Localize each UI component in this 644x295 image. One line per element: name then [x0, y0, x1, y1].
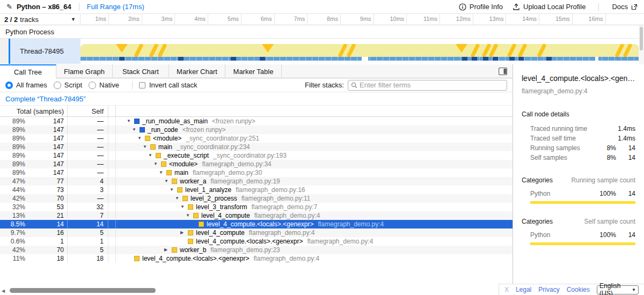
function-name: level_4_compute.<locals>.<genexpr>: [142, 254, 249, 263]
radio-native[interactable]: [89, 82, 96, 89]
tab-bar: Call TreeFlame GraphStack ChartMarker Ch…: [0, 64, 513, 78]
expand-arrow-icon[interactable]: ▶: [180, 228, 188, 237]
row-total-samples: 147: [27, 168, 68, 177]
invert-call-stack-checkbox[interactable]: [139, 82, 145, 88]
activity-mark: [160, 46, 165, 55]
edit-pencil-icon[interactable]: ✎: [6, 3, 12, 11]
info-icon: [459, 3, 466, 11]
radio-script[interactable]: [54, 82, 61, 89]
call-tree-row[interactable]: 44%733▼level_1_analyzeflamegraph_demo.py…: [0, 186, 513, 194]
scrollbar-thumb[interactable]: [10, 288, 156, 293]
call-tree-row[interactable]: 89%147—▼main_sync_coordinator.py:234: [0, 143, 513, 151]
scrollbar-thumb[interactable]: [640, 27, 643, 50]
categories-heading: CategoriesSelf sample count: [522, 218, 635, 225]
footer-link-cookies[interactable]: Cookies: [567, 286, 590, 293]
collapse-arrow-icon[interactable]: ▼: [164, 177, 172, 186]
category-bar: [530, 242, 635, 245]
call-tree-row[interactable]: 89%147—▼<module>flamegraph_demo.py:34: [0, 160, 513, 168]
tab-marker-chart[interactable]: Marker Chart: [169, 64, 225, 78]
language-select[interactable]: English (US) ▼: [597, 285, 639, 294]
collapse-arrow-icon[interactable]: ▼: [186, 211, 193, 220]
expand-arrow-icon[interactable]: ▶: [164, 246, 172, 254]
dark-sample-segment: [483, 57, 488, 61]
call-tree-row[interactable]: 8.5%1414level_4_compute.<locals>.<genexp…: [0, 220, 513, 228]
collapse-arrow-icon[interactable]: ▼: [153, 160, 161, 168]
thread-track-label-area[interactable]: Thread-78495: [0, 39, 80, 64]
row-spacer: [108, 168, 116, 177]
row-call-node: ▼_run_module_as_main<frozen runpy>: [116, 117, 513, 126]
indent-spacer: [127, 190, 170, 190]
collapse-arrow-icon[interactable]: ▼: [143, 143, 150, 151]
dark-sample-segment: [231, 57, 236, 61]
collapse-arrow-icon[interactable]: ▼: [159, 168, 166, 177]
collapse-arrow-icon[interactable]: ▼: [148, 151, 156, 160]
breadcrumb-root-link[interactable]: Complete “Thread-78495”: [5, 95, 86, 103]
call-tree-row[interactable]: 89%147—▼mainflamegraph_demo.py:30: [0, 168, 513, 177]
category-row: Python100%14: [522, 190, 635, 197]
tab-stack-chart[interactable]: Stack Chart: [113, 64, 169, 78]
file-location: flamegraph_demo.py:30: [193, 168, 262, 177]
frames-radio-group: All framesScriptNative: [5, 81, 126, 89]
call-tree-row[interactable]: 11%1818level_4_compute.<locals>.<genexpr…: [0, 254, 513, 263]
collapse-arrow-icon[interactable]: ▼: [180, 203, 188, 211]
category-name: Python: [530, 190, 592, 197]
row-total-samples: 147: [27, 143, 68, 151]
collapse-arrow-icon[interactable]: ▼: [127, 117, 134, 126]
collapse-arrow-icon[interactable]: ▼: [175, 194, 182, 203]
row-spacer: [108, 117, 116, 126]
upload-local-profile-button[interactable]: Upload Local Profile: [513, 3, 586, 11]
horizontal-scrollbar[interactable]: ◀: [0, 287, 513, 294]
timeline-ruler[interactable]: 1ms2ms3ms4ms5ms6ms7ms8ms9ms10ms11ms12ms1…: [80, 14, 639, 25]
thread-activity-graph[interactable]: [80, 39, 639, 64]
function-name: main: [158, 143, 172, 151]
upload-icon: [513, 3, 520, 11]
call-tree-row[interactable]: 89%147—▼<module>_sync_coordinator.py:251: [0, 134, 513, 143]
call-tree-row[interactable]: 42%705▶worker_bflamegraph_demo.py:23: [0, 246, 513, 254]
call-tree-row[interactable]: 9.7%165▶level_4_computeflamegraph_demo.p…: [0, 228, 513, 237]
file-location: flamegraph_demo.py:4: [254, 211, 320, 220]
stat-percent: 8%: [595, 154, 616, 161]
tab-call-tree[interactable]: Call Tree: [0, 64, 56, 78]
radio-all-frames[interactable]: [5, 82, 13, 89]
full-range-link[interactable]: Full Range (17ms): [87, 3, 144, 11]
call-tree-row[interactable]: 13%217▼level_4_computeflamegraph_demo.py…: [0, 211, 513, 220]
stat-value: 1.4ms: [616, 125, 635, 132]
function-name: <module>: [153, 134, 181, 143]
tab-marker-table[interactable]: Marker Table: [225, 64, 282, 78]
column-header-self[interactable]: Self: [68, 106, 108, 116]
footer-link-x[interactable]: X: [504, 286, 509, 293]
call-tree-row[interactable]: 32%5332▼level_3_transformflamegraph_demo…: [0, 203, 513, 211]
call-tree-row[interactable]: 89%147—▼_run_code<frozen runpy>: [0, 126, 513, 134]
ruler-tick-label: 1ms: [75, 16, 106, 22]
filter-stacks-box: [348, 80, 507, 91]
profile-info-button[interactable]: Profile Info: [459, 3, 503, 11]
tracks-vertical-scrollbar[interactable]: [639, 25, 644, 64]
tracks-dropdown[interactable]: 2 / 2 tracks ▼: [0, 14, 80, 25]
stat-row: Traced running time1.4ms: [522, 124, 635, 134]
filter-stacks-input[interactable]: [360, 81, 504, 89]
sidebar-toggle-button[interactable]: [499, 68, 507, 77]
divider: [132, 81, 133, 90]
call-tree-row[interactable]: 42%70—▼level_2_processflamegraph_demo.py…: [0, 194, 513, 203]
call-tree-row[interactable]: 47%774▼worker_aflamegraph_demo.py:19: [0, 177, 513, 186]
row-total-percent: 32%: [0, 203, 27, 211]
footer-link-legal[interactable]: Legal: [516, 286, 531, 293]
category-square-icon: [177, 187, 182, 193]
collapse-arrow-icon[interactable]: ▼: [132, 126, 140, 134]
footer-link-privacy[interactable]: Privacy: [538, 286, 559, 293]
stat-label: Traced self time: [530, 135, 595, 142]
docs-link[interactable]: Docs: [612, 3, 638, 11]
row-call-node: ▼level_4_computeflamegraph_demo.py:4: [116, 211, 513, 220]
ruler-tick-label: 9ms: [340, 16, 371, 22]
column-header-total[interactable]: Total (samples): [0, 106, 68, 116]
collapse-arrow-icon[interactable]: ▼: [137, 134, 145, 143]
collapse-arrow-icon[interactable]: ▼: [170, 186, 177, 194]
ruler-tick-label: 7ms: [274, 16, 305, 22]
dark-sample-segment: [493, 57, 498, 61]
call-tree-row[interactable]: 89%147—▼_execute_script_sync_coordinator…: [0, 151, 513, 160]
scroll-left-arrow-icon[interactable]: ◀: [2, 289, 5, 293]
call-tree-row[interactable]: 89%147—▼_run_module_as_main<frozen runpy…: [0, 117, 513, 126]
call-tree-row[interactable]: 0.6%11level_4_compute.<locals>.<genexpr>…: [0, 237, 513, 246]
tab-flame-graph[interactable]: Flame Graph: [56, 64, 113, 78]
process-track-row[interactable]: Python Process: [0, 25, 644, 39]
